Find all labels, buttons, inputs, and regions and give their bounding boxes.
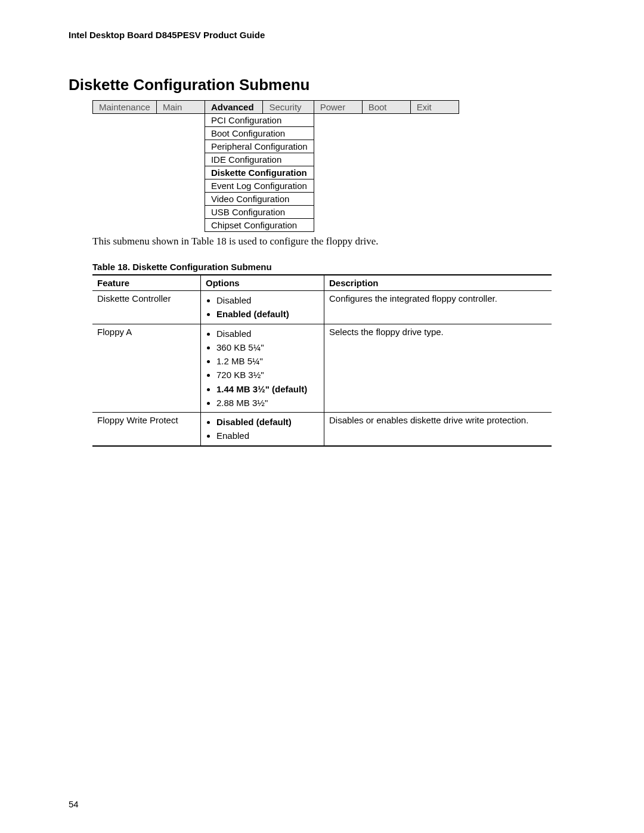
option-item: Disabled [216,327,319,340]
feature-name: Diskette Controller [92,291,201,324]
bios-menu-layout: MaintenanceMainAdvancedSecurityPowerBoot… [92,100,459,232]
option-item: Enabled [216,429,319,442]
col-header-options: Options [201,275,324,291]
option-item: 360 KB 5¼" [216,340,319,354]
feature-name: Floppy A [92,324,201,413]
feature-options: Disabled (default)Enabled [201,413,324,446]
table-caption: Table 18. Diskette Configuration Submenu [92,262,575,272]
page-number: 54 [69,799,79,809]
page-title: Diskette Configuration Submenu [69,76,575,94]
option-item: 720 KB 3½" [216,368,319,382]
submenu-item: Diskette Configuration [205,166,314,179]
tab-exit: Exit [410,101,459,114]
submenu-item: Peripheral Configuration [205,140,314,153]
tab-power: Power [314,101,362,114]
submenu-item: USB Configuration [205,206,314,219]
submenu-item: Video Configuration [205,193,314,206]
col-header-feature: Feature [92,275,201,291]
tab-main: Main [156,101,205,114]
option-item: Disabled [216,293,319,307]
body-text: This submenu shown in Table 18 is used t… [92,236,575,247]
submenu-item: Boot Configuration [205,127,314,140]
option-item: Enabled (default) [216,307,319,321]
feature-description: Disables or enables diskette drive write… [324,413,552,446]
feature-options: DisabledEnabled (default) [201,291,324,324]
tab-advanced: Advanced [205,101,263,114]
running-header: Intel Desktop Board D845PESV Product Gui… [69,30,575,40]
feature-name: Floppy Write Protect [92,413,201,446]
option-item: 1.44 MB 3½" (default) [216,382,319,396]
tab-maintenance: Maintenance [93,101,157,114]
option-item: 2.88 MB 3½" [216,396,319,410]
feature-table: Feature Options Description Diskette Con… [92,274,552,447]
submenu-item: Chipset Configuration [205,219,314,232]
feature-description: Selects the floppy drive type. [324,324,552,413]
submenu-item: IDE Configuration [205,153,314,166]
submenu-item: PCI Configuration [205,114,314,127]
tab-boot: Boot [362,101,410,114]
tab-security: Security [263,101,314,114]
feature-description: Configures the integrated floppy control… [324,291,552,324]
option-item: 1.2 MB 5¼" [216,354,319,368]
option-item: Disabled (default) [216,415,319,429]
col-header-description: Description [324,275,552,291]
feature-options: Disabled360 KB 5¼"1.2 MB 5¼"720 KB 3½"1.… [201,324,324,413]
submenu-item: Event Log Configuration [205,179,314,193]
